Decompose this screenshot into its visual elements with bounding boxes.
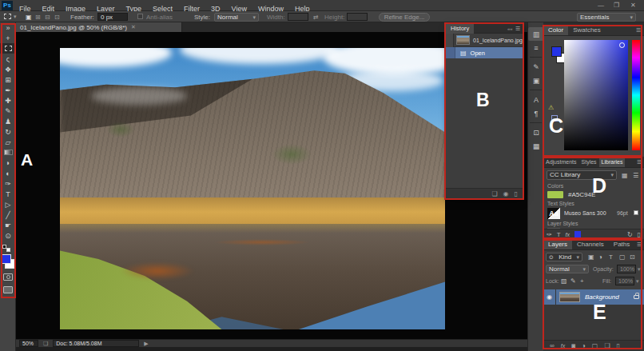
- new-selection-icon[interactable]: ▣: [26, 14, 32, 21]
- annotation-label-e: E: [593, 301, 606, 324]
- height-label: Height:: [324, 14, 344, 21]
- workspace-caret-icon: ▾: [630, 14, 633, 22]
- dock-character-icon[interactable]: A: [528, 93, 544, 106]
- style-value: Normal: [217, 14, 238, 22]
- status-bar: 50% ❏ Doc: 5.08M/5.08M ▶: [16, 339, 527, 347]
- photo-orange-reed-patch: [214, 239, 310, 245]
- photo-green-patch-1: [272, 144, 312, 165]
- status-menu-arrow-icon[interactable]: ▶: [144, 341, 148, 347]
- tool-preset-caret-icon[interactable]: ▾: [14, 14, 17, 20]
- document-tab-title: 01_IcelandPano.jpg @ 50% (RGB/8*): [20, 24, 127, 31]
- marquee-tool-icon: [4, 14, 11, 19]
- add-selection-icon[interactable]: ⊞: [35, 14, 41, 21]
- color-foreground-swatch[interactable]: [551, 46, 562, 57]
- annotation-label-c: C: [549, 114, 563, 138]
- doc-size-info: Doc: 5.08M/5.08M: [53, 340, 139, 347]
- width-input[interactable]: [288, 13, 308, 21]
- style-dropdown[interactable]: Normal ▾: [214, 13, 259, 22]
- dock-paragraph-icon[interactable]: ¶: [528, 106, 544, 120]
- photo-grassland-band: [60, 197, 445, 224]
- photo-shore-reflection: [60, 224, 445, 233]
- feather-input[interactable]: 0 px: [97, 13, 128, 21]
- workspace-dropdown[interactable]: Essentials ▾: [577, 13, 636, 22]
- photo-green-patch-2: [106, 122, 135, 138]
- intersect-selection-icon[interactable]: ⊡: [54, 14, 60, 21]
- anti-alias-checkbox[interactable]: [137, 14, 143, 19]
- style-caret-icon: ▾: [252, 14, 256, 22]
- zoom-level-field[interactable]: 50%: [19, 340, 38, 347]
- annotation-box-d: [543, 157, 642, 239]
- dock-brush-settings-icon[interactable]: ✎: [528, 60, 544, 74]
- subtract-selection-icon[interactable]: ⊟: [45, 14, 50, 21]
- dock-divider: [530, 122, 542, 123]
- dock-divider: [530, 90, 542, 90]
- link-dimensions-icon[interactable]: ⇄: [313, 14, 319, 21]
- dock-properties-icon[interactable]: ≡: [528, 41, 544, 54]
- document-tab[interactable]: 01_IcelandPano.jpg @ 50% (RGB/8*) ✕: [16, 22, 182, 32]
- annotation-label-d: D: [592, 174, 606, 197]
- menu-bar: Ps FileEditImageLayerTypeSelectFilter3DV…: [0, 0, 644, 11]
- annotation-box-e: [543, 239, 642, 349]
- photo-iceland-pano[interactable]: [60, 48, 445, 329]
- panel-dock-strip: ▥ ≡ ✎ ▣ A ¶ ⊡ ▦: [527, 22, 543, 351]
- options-bar: ▾ ▣ ⊞ ⊟ ⊡ Feather: 0 px Anti-alias Style…: [0, 11, 644, 22]
- dock-history-icon[interactable]: ▥: [528, 27, 544, 41]
- dock-histogram-icon[interactable]: ▦: [528, 139, 544, 153]
- photoshop-window: Ps FileEditImageLayerTypeSelectFilter3DV…: [0, 0, 644, 351]
- ps-logo: Ps: [2, 1, 13, 10]
- width-label: Width:: [267, 14, 285, 21]
- dock-divider: [530, 57, 542, 58]
- feather-label: Feather:: [70, 14, 94, 21]
- tab-close-icon[interactable]: ✕: [131, 24, 136, 30]
- workspace-value: Essentials: [580, 14, 609, 22]
- status-page-icon: ❏: [43, 341, 48, 347]
- close-button[interactable]: ✕: [630, 2, 636, 9]
- annotation-box-a: [1, 23, 16, 298]
- dock-info-icon[interactable]: ⊡: [528, 126, 544, 139]
- annotation-box-b: [444, 22, 524, 200]
- annotation-label-b: B: [476, 90, 490, 111]
- style-label: Style:: [194, 14, 210, 21]
- photo-orange-grass-patch: [121, 262, 193, 280]
- window-bottom-strip: [16, 347, 527, 351]
- dock-clone-source-icon[interactable]: ▣: [528, 74, 544, 87]
- restore-button[interactable]: ❐: [614, 2, 619, 9]
- refine-edge-button[interactable]: Refine Edge...: [379, 13, 430, 22]
- minimize-button[interactable]: —: [598, 2, 604, 9]
- annotation-label-a: A: [21, 150, 33, 170]
- anti-alias-label: Anti-alias: [146, 14, 173, 21]
- height-input[interactable]: [347, 13, 368, 21]
